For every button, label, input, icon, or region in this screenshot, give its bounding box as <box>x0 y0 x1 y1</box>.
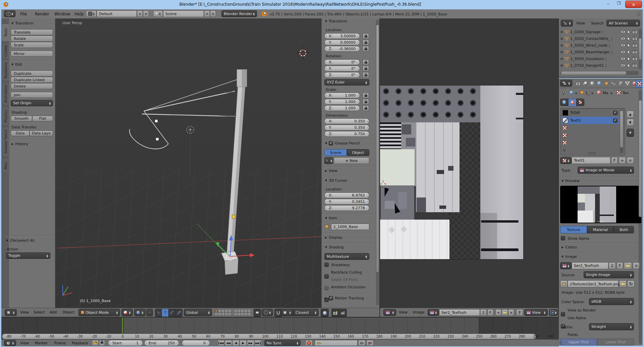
delete-scene-button[interactable]: × <box>210 10 216 17</box>
preview-material-button[interactable]: Material <box>587 226 614 233</box>
shadeless-checkbox[interactable] <box>324 263 329 267</box>
join-button[interactable]: Join <box>11 92 53 98</box>
unlink-image-button[interactable]: × <box>508 309 514 316</box>
expand-icon[interactable]: ⊕ <box>560 43 563 48</box>
texture-browse-button[interactable]: ▲▼ <box>560 157 572 164</box>
outliner-scope-menu[interactable]: All Scenes▲▼ <box>606 20 640 26</box>
eye-icon[interactable] <box>621 30 626 34</box>
lock-icon[interactable] <box>363 46 369 52</box>
menu-playback[interactable]: Playback <box>72 341 88 345</box>
tab-create[interactable]: Create <box>1 43 9 58</box>
pointer-icon[interactable] <box>627 63 631 68</box>
image-users-count[interactable]: 2 <box>608 262 616 269</box>
empty-slot-icon[interactable] <box>562 133 567 137</box>
menu-render[interactable]: Render <box>35 12 49 16</box>
duplicate-linked-button[interactable]: Duplicate Linked <box>11 77 53 83</box>
rotation-x-field[interactable]: ‹X:0°› <box>324 59 360 65</box>
manipulator-scale-button[interactable] <box>175 309 182 317</box>
location-y-field[interactable]: ‹Y:0.00000› <box>324 40 360 45</box>
backface-culling-checkbox[interactable] <box>324 274 329 279</box>
panel-header-transform[interactable]: ▼Transform···· <box>11 21 53 25</box>
slot-move-up-button[interactable]: ▲ <box>627 111 634 118</box>
menu-file[interactable]: File <box>20 12 27 16</box>
fake-user-button[interactable]: F <box>611 157 618 164</box>
show-alpha-checkbox[interactable] <box>561 236 565 240</box>
panel-header-motion-tracking[interactable]: ▶Motion Tracking···· <box>325 296 375 300</box>
panel-header-history[interactable]: ▶History···· <box>11 142 53 146</box>
expand-icon[interactable]: ⊕ <box>560 57 563 61</box>
panel-header-colors[interactable]: ▶Colors···· <box>561 245 640 249</box>
slot-enabled-checkbox[interactable] <box>613 118 618 123</box>
timeline-track[interactable] <box>1 317 559 334</box>
rotate-button[interactable]: Rotate <box>11 36 53 42</box>
pack-image-icon[interactable] <box>560 280 568 287</box>
pointer-icon[interactable] <box>627 43 631 48</box>
snap-toggle-magnet-icon[interactable] <box>274 309 282 317</box>
tab-physics[interactable]: Physics <box>1 107 9 125</box>
preview-texture-button[interactable]: Texture <box>560 226 587 233</box>
outliner-item[interactable]: ⊕1_0500_BeamHanger| <box>560 49 637 55</box>
pointer-icon[interactable] <box>627 57 631 61</box>
fake-user-button[interactable]: F <box>487 309 493 316</box>
timeline-ruler-scrollbar[interactable]: -80-70-60-50-40-30-20-100102030405060708… <box>2 334 536 339</box>
lock-icon[interactable] <box>363 99 369 105</box>
lock-range-icon[interactable] <box>99 340 105 346</box>
panel-header-deselect-all[interactable]: ▼(De)select All···· <box>6 238 53 243</box>
eye-icon[interactable] <box>621 64 626 67</box>
slot-move-down-button[interactable]: ▼ <box>627 119 634 126</box>
expand-icon[interactable]: ⊕ <box>560 50 563 54</box>
maximize-button[interactable]: ❐ <box>614 1 624 8</box>
empty-slot-icon[interactable] <box>562 126 567 130</box>
open-image-button[interactable] <box>624 262 632 269</box>
display-channels-menu[interactable]: View▲▼ <box>524 309 548 316</box>
tab-object-icon[interactable] <box>603 80 609 86</box>
outliner-item[interactable]: ⊕1_0250_Wire2_node| <box>560 42 637 49</box>
texture-type-menu[interactable]: Image or Movie▲▼ <box>578 167 634 174</box>
dimension-y-field[interactable]: ‹Y:0.350› <box>324 125 369 130</box>
camera-icon[interactable] <box>632 43 637 47</box>
fake-user-button[interactable]: F <box>616 262 623 269</box>
playhead[interactable] <box>122 317 123 334</box>
menu-help[interactable]: Help <box>74 12 84 16</box>
jump-to-start-button[interactable]: ◀◀ <box>217 340 225 346</box>
lock-icon[interactable] <box>363 59 369 65</box>
screen-layout-browse-button[interactable]: ▲▼ <box>86 10 97 17</box>
empty-slot-icon[interactable] <box>562 140 567 145</box>
texture-slot-trdiff[interactable]: TrDiff <box>561 109 619 116</box>
lock-icon[interactable] <box>363 72 369 78</box>
motion-tracking-checkbox[interactable] <box>329 296 333 300</box>
panel-header-view[interactable]: ▶View···· <box>325 169 375 173</box>
action-toggle-menu[interactable]: Toggle▲▼ <box>6 252 50 259</box>
lock-icon[interactable] <box>363 66 369 71</box>
image-users-count[interactable]: 2 <box>480 309 487 316</box>
eye-icon[interactable] <box>621 44 626 47</box>
play-reverse-button[interactable]: ◀ <box>232 340 239 346</box>
panel-header-shading[interactable]: ▼Shading···· <box>325 245 375 249</box>
cursor-z-field[interactable]: ‹Z:9.2778› <box>324 205 369 211</box>
render-opengl-anim-icon[interactable] <box>339 309 347 317</box>
tab-tools[interactable]: Tools <box>1 23 9 42</box>
unlink-texture-button[interactable]: × <box>627 157 634 164</box>
add-slot-icon[interactable]: ⊕ <box>562 148 567 152</box>
layers-group-2[interactable] <box>234 309 252 315</box>
render-slot-menu[interactable]: ▲▼ <box>549 309 558 316</box>
panel-header-image[interactable]: ▼Image···· <box>561 254 640 259</box>
close-button[interactable]: × <box>625 1 642 8</box>
viewport-3d[interactable]: User Persp (0) 1_1000_Base Tools Create … <box>1 18 380 317</box>
tab-data-icon[interactable] <box>624 80 631 86</box>
manipulator-rotate-button[interactable] <box>168 309 176 317</box>
grease-pencil-checkbox[interactable] <box>329 141 333 146</box>
texture-context-material-button[interactable] <box>568 99 577 107</box>
open-image-button[interactable] <box>501 309 508 316</box>
shading-mode-menu[interactable]: Multitexture▲▼ <box>324 253 369 260</box>
editor-type-button[interactable]: i ▲▼ <box>4 10 15 17</box>
menu-select[interactable]: Select <box>34 310 45 314</box>
resize-grip[interactable] <box>559 341 563 345</box>
preview-resize-grip[interactable] <box>597 221 604 223</box>
image-browse-button[interactable]: ▲▼ <box>428 309 439 316</box>
texture-context-other-button[interactable] <box>576 99 584 106</box>
object-name[interactable]: 1_0500_Insulators <box>570 57 604 61</box>
scale-button[interactable]: Scale <box>11 42 53 48</box>
texture-slot-tex01-selected[interactable]: Tex01 <box>561 117 619 124</box>
screen-layout-name-field[interactable]: Default <box>97 10 137 17</box>
